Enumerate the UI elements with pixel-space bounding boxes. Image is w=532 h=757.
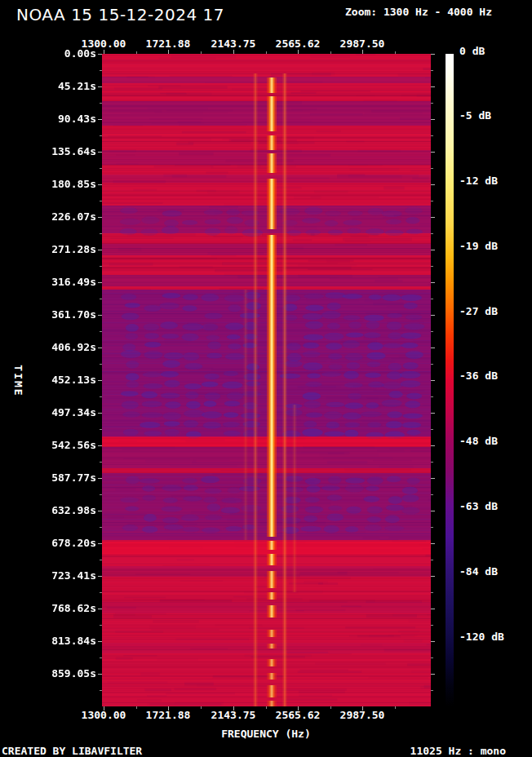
colorbar-tick-label: -120 dB — [459, 631, 504, 643]
y-minor-tick — [100, 429, 102, 430]
x-tick-label: 1721.88 — [135, 710, 201, 721]
x-tick-label: 1721.88 — [135, 38, 201, 50]
colorbar-tick-label: 0 dB — [459, 46, 485, 57]
colorbar-tick-label: -12 dB — [459, 175, 498, 187]
y-minor-tick — [100, 690, 102, 691]
x-tick-label: 2565.62 — [265, 710, 330, 721]
y-tick-label: 226.07s — [19, 211, 96, 223]
y-tick-label: 180.85s — [19, 179, 96, 190]
zoom-range-label: Zoom: 1300 Hz - 4000 Hz — [0, 7, 492, 18]
colorbar-tick-label: -48 dB — [459, 436, 498, 447]
y-minor-tick — [431, 70, 433, 71]
y-tick — [98, 86, 102, 87]
y-tick — [431, 184, 435, 185]
y-minor-tick — [100, 592, 102, 593]
x-minor-tick — [330, 51, 331, 54]
y-tick-label: 723.41s — [19, 570, 96, 582]
x-tick-label: 2143.75 — [201, 38, 266, 50]
x-tick — [362, 50, 363, 54]
y-minor-tick — [431, 266, 433, 267]
y-tick-label: 542.56s — [19, 440, 96, 451]
y-tick — [98, 250, 102, 250]
y-tick-label: 859.05s — [19, 668, 96, 680]
y-tick — [98, 511, 102, 511]
y-tick-label: 813.84s — [19, 635, 96, 647]
colorbar-tick-label: -19 dB — [459, 241, 498, 252]
y-minor-tick — [431, 429, 433, 430]
colorbar — [446, 54, 454, 706]
y-tick — [431, 478, 435, 479]
x-minor-tick — [266, 706, 267, 709]
colorbar-tick-label: -27 dB — [459, 306, 498, 317]
x-tick-label: 1300.00 — [71, 710, 136, 721]
y-minor-tick — [431, 560, 433, 560]
y-tick — [431, 609, 435, 609]
y-tick — [98, 543, 102, 544]
y-tick — [98, 315, 102, 316]
y-tick-label: 632.98s — [19, 505, 96, 516]
x-tick — [168, 50, 169, 54]
y-tick — [431, 282, 435, 283]
y-tick — [98, 119, 102, 120]
y-tick — [98, 445, 102, 446]
y-tick — [98, 674, 102, 675]
y-tick — [431, 119, 435, 120]
y-tick — [431, 445, 435, 446]
y-minor-tick — [100, 657, 102, 658]
y-tick — [431, 380, 435, 381]
y-tick-label: 135.64s — [19, 146, 96, 157]
x-tick-label: 2987.50 — [330, 38, 395, 50]
y-tick — [431, 674, 435, 675]
y-tick-label: 768.62s — [19, 603, 96, 614]
colorbar-tick-label: -63 dB — [459, 501, 498, 512]
y-tick-label: 452.13s — [19, 374, 96, 386]
x-tick-label: 2143.75 — [201, 710, 266, 721]
x-tick — [104, 50, 104, 54]
y-tick-label: 90.43s — [19, 113, 96, 125]
y-minor-tick — [431, 233, 433, 234]
y-tick — [431, 641, 435, 642]
x-minor-tick — [136, 51, 137, 54]
x-axis-title: FREQUENCY (Hz) — [0, 728, 532, 740]
x-tick-label: 2565.62 — [265, 38, 330, 50]
x-minor-tick — [201, 51, 202, 54]
x-minor-tick — [136, 706, 137, 709]
y-minor-tick — [100, 625, 102, 626]
y-minor-tick — [100, 103, 102, 104]
y-tick-label: 587.77s — [19, 472, 96, 484]
y-tick — [98, 576, 102, 577]
y-tick-label: 361.70s — [19, 309, 96, 321]
y-tick — [98, 152, 102, 153]
y-tick-label: 271.28s — [19, 244, 96, 255]
colorbar-tick-label: -84 dB — [459, 566, 498, 578]
y-tick — [98, 282, 102, 283]
y-minor-tick — [100, 560, 102, 560]
y-minor-tick — [100, 331, 102, 332]
y-tick — [431, 86, 435, 87]
y-minor-tick — [100, 364, 102, 365]
x-tick-label: 2987.50 — [330, 710, 395, 721]
y-tick — [431, 250, 435, 250]
y-tick-label: 316.49s — [19, 277, 96, 288]
y-tick — [431, 217, 435, 218]
y-minor-tick — [431, 657, 433, 658]
stream-info-label: 11025 Hz : mono — [0, 746, 506, 757]
y-tick — [98, 641, 102, 642]
spectrogram-canvas — [102, 54, 431, 706]
y-minor-tick — [100, 201, 102, 201]
y-tick — [431, 54, 435, 55]
y-minor-tick — [100, 396, 102, 397]
x-minor-tick — [395, 706, 396, 709]
y-minor-tick — [431, 168, 433, 169]
y-tick-label: 678.20s — [19, 538, 96, 549]
y-minor-tick — [100, 266, 102, 267]
y-minor-tick — [100, 233, 102, 234]
y-minor-tick — [100, 168, 102, 169]
y-tick — [431, 413, 435, 414]
y-tick-label: 0.00s — [19, 48, 96, 60]
y-tick — [431, 348, 435, 348]
y-tick — [431, 511, 435, 511]
y-tick — [431, 576, 435, 577]
y-minor-tick — [431, 331, 433, 332]
colorbar-tick-label: -36 dB — [459, 370, 498, 382]
